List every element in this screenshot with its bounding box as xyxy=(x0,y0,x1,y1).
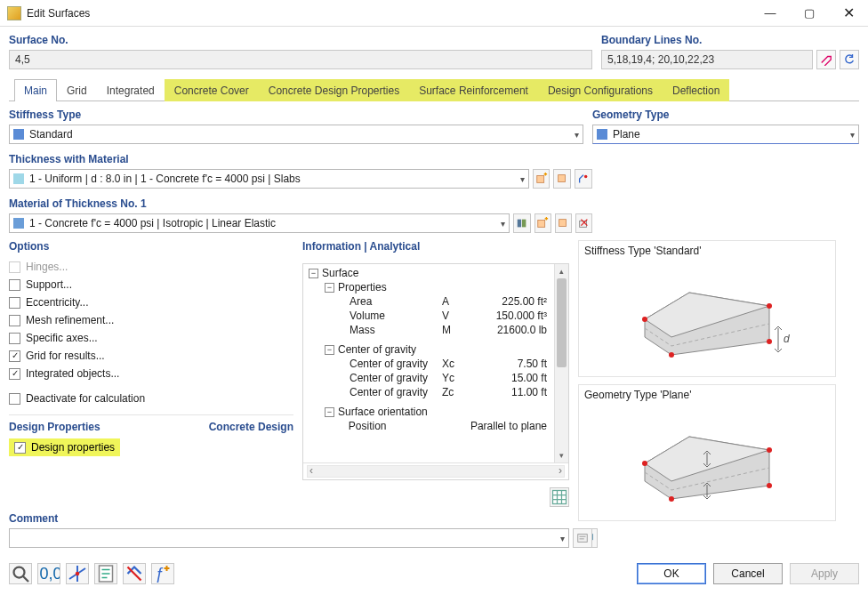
square-icon xyxy=(13,129,24,140)
thickness-material-value: 1 - Uniform | d : 8.0 in | 1 - Concrete … xyxy=(29,173,515,185)
svg-text:ƒ: ƒ xyxy=(155,565,164,583)
chevron-down-icon: ▾ xyxy=(520,174,525,184)
design-properties-checkbox-label: Design properties xyxy=(31,441,115,454)
axis-button[interactable] xyxy=(66,563,89,584)
preview-stiffness: Stiffness Type 'Standard' d xyxy=(578,240,836,377)
dialog-footer: 0,00 ƒ OK Cancel Apply xyxy=(9,561,859,586)
surface-no-label: Surface No. xyxy=(9,34,592,46)
table-view-button[interactable] xyxy=(550,487,569,507)
svg-rect-1 xyxy=(559,175,566,182)
option-eccentricity-label: Eccentricity... xyxy=(26,296,88,309)
geometry-type-select[interactable]: Plane ▾ xyxy=(592,125,859,144)
refresh-button[interactable] xyxy=(840,50,859,69)
option-support[interactable]: Support... xyxy=(9,276,293,293)
app-icon xyxy=(7,6,21,20)
tab-integrated[interactable]: Integrated xyxy=(97,79,165,101)
tree-mass-value: 21600.0 lb xyxy=(472,324,565,336)
units-button[interactable]: 0,00 xyxy=(37,563,60,584)
svg-point-18 xyxy=(642,461,647,466)
option-eccentricity[interactable]: Eccentricity... xyxy=(9,293,293,311)
tree-area-value: 225.00 ft² xyxy=(472,295,565,308)
tree-cog-y-sym: Yc xyxy=(442,372,469,384)
svg-point-27 xyxy=(76,572,80,576)
maximize-button[interactable]: ▢ xyxy=(790,1,829,26)
tree-position-value: Parallel to plane xyxy=(470,420,565,432)
tree-cog-z-label: Center of gravity xyxy=(350,386,438,398)
svg-point-25 xyxy=(14,567,25,578)
tree-area-label: Area xyxy=(350,295,438,308)
slab-icon: d xyxy=(618,266,796,373)
collapse-icon[interactable]: − xyxy=(309,269,318,278)
tree-surface: Surface xyxy=(322,267,358,279)
geometry-type-label: Geometry Type xyxy=(592,109,859,121)
tab-main[interactable]: Main xyxy=(14,79,57,101)
svg-rect-3 xyxy=(518,220,521,228)
ok-button[interactable]: OK xyxy=(637,563,706,584)
horizontal-scrollbar[interactable] xyxy=(307,465,565,478)
option-mesh-refinement[interactable]: Mesh refinement... xyxy=(9,311,293,329)
collapse-icon[interactable]: − xyxy=(325,283,334,293)
svg-rect-6 xyxy=(559,220,567,227)
edit-thickness-button[interactable] xyxy=(553,169,571,189)
material-select[interactable]: 1 - Concrete f'c = 4000 psi | Isotropic … xyxy=(9,213,510,233)
svg-point-20 xyxy=(767,483,772,488)
comment-edit-button[interactable] xyxy=(573,528,592,548)
surface-no-input[interactable] xyxy=(9,50,592,69)
tree-area-sym: A xyxy=(442,295,469,308)
info-analytical-label: Information | Analytical xyxy=(302,240,569,253)
material-label: Material of Thickness No. 1 xyxy=(9,197,592,210)
slab-icon xyxy=(618,410,796,517)
script-button[interactable] xyxy=(94,563,117,584)
help-button[interactable] xyxy=(9,563,32,584)
pick-thickness-button[interactable] xyxy=(575,169,592,189)
square-icon xyxy=(13,173,24,184)
boundary-lines-input[interactable] xyxy=(601,50,813,69)
new-thickness-button[interactable] xyxy=(533,169,551,189)
chevron-down-icon: ▾ xyxy=(501,219,505,229)
delete-material-button[interactable] xyxy=(575,213,592,233)
tab-concrete-cover[interactable]: Concrete Cover xyxy=(165,79,259,101)
square-icon xyxy=(13,218,24,229)
option-hinges: Hinges... xyxy=(9,258,293,276)
cancel-button[interactable]: Cancel xyxy=(713,563,783,584)
options-label: Options xyxy=(9,240,293,253)
titlebar: Edit Surfaces — ▢ ✕ xyxy=(0,0,868,27)
geometry-type-value: Plane xyxy=(613,128,845,141)
option-grid-for-results[interactable]: Grid for results... xyxy=(9,347,293,365)
tab-design-configurations[interactable]: Design Configurations xyxy=(538,79,663,101)
option-axes-label: Specific axes... xyxy=(26,332,98,344)
tab-surface-reinforcement[interactable]: Surface Reinforcement xyxy=(409,79,538,101)
tree-volume-label: Volume xyxy=(350,310,438,322)
reset-button[interactable] xyxy=(123,563,146,584)
vertical-scrollbar[interactable]: ▴▾ xyxy=(554,264,568,462)
collapse-icon[interactable]: − xyxy=(325,407,334,417)
svg-rect-0 xyxy=(536,176,543,183)
tab-grid[interactable]: Grid xyxy=(57,79,97,101)
svg-text:d: d xyxy=(784,333,790,345)
option-integrated-objects[interactable]: Integrated objects... xyxy=(9,365,293,382)
preview-geometry: Geometry Type 'Plane' xyxy=(578,384,836,521)
tree-cog: Center of gravity xyxy=(338,343,416,356)
option-deactivate[interactable]: Deactivate for calculation xyxy=(9,390,293,407)
tab-concrete-design-properties[interactable]: Concrete Design Properties xyxy=(259,79,409,101)
new-material-button[interactable] xyxy=(534,213,551,233)
collapse-icon[interactable]: − xyxy=(325,345,334,355)
stiffness-type-select[interactable]: Standard ▾ xyxy=(9,125,583,144)
tree-position-label: Position xyxy=(349,420,438,432)
thickness-material-select[interactable]: 1 - Uniform | d : 8.0 in | 1 - Concrete … xyxy=(9,169,529,189)
tree-volume-sym: V xyxy=(442,310,469,322)
option-specific-axes[interactable]: Specific axes... xyxy=(9,329,293,347)
material-library-button[interactable] xyxy=(513,213,530,233)
design-properties-checkbox[interactable]: Design properties xyxy=(9,438,120,456)
apply-button[interactable]: Apply xyxy=(790,563,859,584)
comment-select[interactable]: ▾ xyxy=(9,528,569,548)
tree-cog-x-sym: Xc xyxy=(442,358,469,370)
minimize-button[interactable]: — xyxy=(751,1,790,26)
tree-cog-y-label: Center of gravity xyxy=(350,372,438,384)
close-button[interactable]: ✕ xyxy=(829,1,868,26)
tree-cog-x-label: Center of gravity xyxy=(350,358,438,370)
function-button[interactable]: ƒ xyxy=(151,563,174,584)
tab-deflection[interactable]: Deflection xyxy=(663,79,729,101)
edit-material-button[interactable] xyxy=(555,213,572,233)
pick-lines-button[interactable] xyxy=(816,50,836,69)
